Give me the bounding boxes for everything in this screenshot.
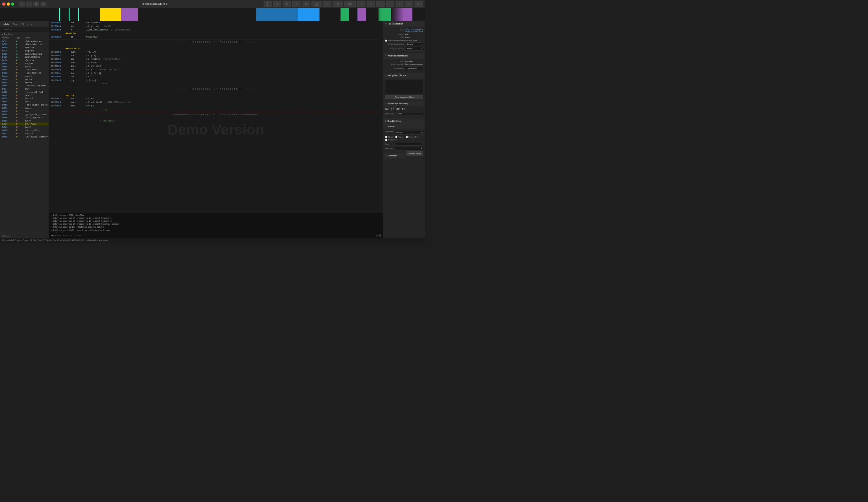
- toolbar-list-button[interactable]: ☰: [367, 1, 375, 7]
- table-row[interactable]: 0x5e1AaEabiunwindcppp: [0, 40, 49, 43]
- code-line[interactable]: sub_fc2:: [49, 94, 381, 97]
- toolbar-mem-button[interactable]: ⊞: [323, 1, 331, 7]
- code-line[interactable]: ================== B E G I N N I N G O F…: [49, 113, 381, 117]
- table-row[interactable]: 0xf44Pfputs: [0, 100, 49, 104]
- section-comment[interactable]: ▼ Comment: [383, 153, 406, 158]
- minimize-button[interactable]: [7, 2, 10, 6]
- star-icon[interactable]: ☆: [27, 23, 29, 25]
- fullscreen-button[interactable]: [11, 2, 14, 6]
- minimap-bar[interactable]: [0, 8, 425, 21]
- table-row[interactable]: 0xfa0PEntryPoint: [0, 122, 49, 126]
- scrollbar-vertical[interactable]: [381, 21, 383, 212]
- section-file-info[interactable]: ▼ File Information: [383, 21, 425, 26]
- table-row[interactable]: 0xfc8P_JNIEnv::CallStaticV...: [0, 135, 49, 138]
- toolbar-sidebar-button[interactable]: ◫: [405, 1, 413, 7]
- close-button[interactable]: [2, 2, 6, 6]
- table-row[interactable]: 0xeb8Psub_eb8: [0, 62, 49, 65]
- code-line[interactable]: 00000fc2movr8, r8: [49, 97, 381, 101]
- tab-str[interactable]: Str: [21, 22, 26, 26]
- tab-proc[interactable]: Proc.: [12, 22, 19, 26]
- section-address-info[interactable]: ▼ Address Information: [383, 53, 425, 59]
- code-line[interactable]: native_hello:: [49, 47, 381, 50]
- cpu-syntax-select[interactable]: Generic: [405, 42, 423, 46]
- table-row[interactable]: 0x700AaNdexidx: [0, 46, 49, 49]
- toolbar-cols-button[interactable]: ⫿: [386, 1, 394, 7]
- code-line[interactable]: 00000fb2ldrr2, [r0]: [49, 54, 381, 57]
- table-row[interactable]: 0xeccP__cxa_atexit: [0, 68, 49, 72]
- code-line[interactable]: 00000fbaaddr1, r1; "hello load jni.": [49, 68, 381, 72]
- tab-labels[interactable]: Labels: [2, 22, 10, 26]
- table-row[interactable]: 0xee4Pmemset: [0, 75, 49, 78]
- code-line[interactable]: 00000fc0pop{r3, pc}: [49, 79, 381, 82]
- code-line[interactable]: ; endp: [49, 108, 381, 111]
- table-row[interactable]: 0xefcPstrcmp: [0, 81, 49, 84]
- code-line[interactable]: ; endp: [49, 82, 381, 86]
- console-copy-icon[interactable]: ⎘: [376, 234, 378, 237]
- toolbar-if-button[interactable]: if(b)f(x):: [332, 1, 343, 7]
- toolbar-panel-button[interactable]: ▣: [415, 1, 423, 7]
- code-line[interactable]: 00000fbeblxr3: [49, 75, 381, 79]
- toolbar-c-button[interactable]: C: [283, 1, 291, 7]
- toolbar-p-button[interactable]: P: [292, 1, 300, 7]
- table-row[interactable]: 0x716AaDcpppr2: [0, 49, 49, 52]
- table-row[interactable]: 0xf2cPprintf: [0, 94, 49, 97]
- code-line[interactable]: 00000fc6movsr0, r0: [49, 104, 381, 108]
- code-line[interactable]: 00000fb0push{r3, lr}: [49, 50, 381, 54]
- table-row[interactable]: 0xf74P__cxa_begin_cleanup: [0, 113, 49, 116]
- code-line[interactable]: 00000facdd0x00003054: [49, 35, 381, 39]
- field-path-select[interactable]: [395, 147, 423, 150]
- table-row[interactable]: 0x916AaUnwindresume: [0, 55, 49, 59]
- table-row[interactable]: 0xf14Pexit: [0, 87, 49, 91]
- relative-checkbox[interactable]: [385, 139, 387, 141]
- table-row[interactable]: 0xf38Pfprintf: [0, 97, 49, 100]
- code-line[interactable]: 00000fbcldrr3, [r2, r3]: [49, 72, 381, 75]
- toolbar-hex-button[interactable]: 40017B4001F5: [344, 1, 356, 7]
- toolbar-a-button[interactable]: A: [273, 1, 281, 7]
- nav-redo-button[interactable]: ↻: [41, 2, 46, 7]
- table-row[interactable]: 0xfb0Pnative_hello: [0, 129, 49, 132]
- table-row[interactable]: 0xfc2Psub_fc2: [0, 132, 49, 135]
- prolog-mode-select[interactable]: Use Heuristic: [405, 66, 423, 70]
- table-row[interactable]: 0xf5cPmemcpy: [0, 106, 49, 110]
- table-row[interactable]: 0xf9cDdword: [0, 119, 49, 123]
- manage-types-button[interactable]: Manage Types: [406, 151, 423, 156]
- toolbar-mov-add-button[interactable]: movadd: [311, 1, 322, 7]
- code-line[interactable]: 00000fc4asrsr6, r4, #0x1f; DATA XREF=nat…: [49, 101, 381, 104]
- leading-zeroes-checkbox[interactable]: [406, 136, 408, 138]
- code-line[interactable]: 00000fb8lslsr3, r3, #0x2: [49, 64, 381, 68]
- nav-back-button[interactable]: ‹: [19, 2, 25, 7]
- table-row[interactable]: 0xec8Ddword: [0, 65, 49, 68]
- nav-undo-button[interactable]: ↺: [33, 2, 39, 7]
- clear-nav-button[interactable]: Clear Navigation Stack: [385, 95, 423, 100]
- section-nav-history[interactable]: ▼ Navigation History: [383, 73, 425, 78]
- table-row[interactable]: 0xfacDdword: [0, 126, 49, 129]
- code-line[interactable]: 00000fa0ldrr0, =0x3054: [49, 21, 381, 24]
- toolbar-d-button[interactable]: Dadd: [264, 1, 271, 7]
- cpu-mode-select[interactable]: ARM: [396, 112, 423, 116]
- tag-scope[interactable]: ▶ Tag Scope: [0, 32, 49, 36]
- code-line[interactable]: ================== B E G I N N I N G O F…: [49, 40, 381, 44]
- calling-conv-select[interactable]: AAPCS: [405, 47, 423, 51]
- branch-checkbox[interactable]: [385, 40, 387, 41]
- table-row[interactable]: 0x600Aa20callstaticvo: [0, 43, 49, 46]
- section-instruction-encoding[interactable]: ▼ Instruction Encoding: [383, 101, 425, 106]
- section-graphic-views[interactable]: ▶ Graphic Views: [383, 118, 425, 124]
- code-line[interactable]: ; Variables:: [49, 119, 381, 123]
- section-format[interactable]: ▼ Format: [383, 124, 425, 129]
- table-row[interactable]: 0xf20P__stack_chk_fail: [0, 91, 49, 94]
- code-line[interactable]: ================== B E G I N N I N G O F…: [49, 87, 381, 91]
- code-content[interactable]: 00000fa0ldrr0, =0x305400000fa4addr0, pc,…: [49, 21, 381, 212]
- code-line[interactable]: 00000fb6movsr3, #0xa7: [49, 61, 381, 64]
- code-line[interactable]: 00000fb4ldrr1, =0x17e6; 0xfc4,0x17e6: [49, 57, 381, 61]
- toolbar-split-button[interactable]: ⧉: [395, 1, 404, 7]
- nav-forward-button[interactable]: ›: [26, 2, 32, 7]
- arg-select[interactable]: Default: [395, 131, 423, 135]
- table-row[interactable]: 0xa16AaRethrow: [0, 59, 49, 62]
- code-line[interactable]: 00000fa8b__cxa_finalize@PLT; __cxa_final…: [49, 28, 381, 32]
- table-row[interactable]: 0x816AaUunwindexecute: [0, 52, 49, 55]
- table-row[interactable]: 0xf68Pabort: [0, 110, 49, 113]
- table-row[interactable]: 0xf08P__android_log_print: [0, 84, 49, 87]
- toolbar-table-button[interactable]: ⊡: [376, 1, 384, 7]
- search-input[interactable]: [4, 28, 47, 31]
- type-field-select[interactable]: [395, 142, 423, 146]
